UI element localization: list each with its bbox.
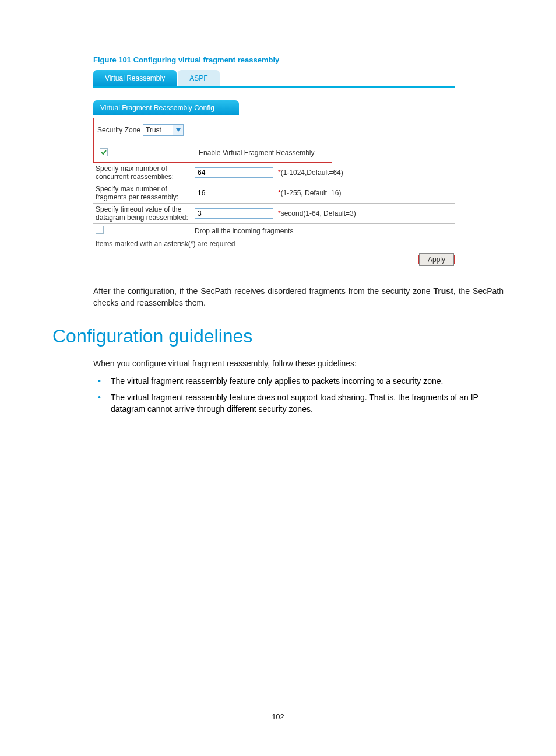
apply-button[interactable]: Apply <box>419 253 454 266</box>
required-note: Items marked with an asterisk(*) are req… <box>93 237 455 248</box>
bullet-list: • The virtual fragment reassembly featur… <box>93 375 504 415</box>
security-zone-value: Trust <box>143 126 173 134</box>
row1-label: Specify max number of concurrent reassem… <box>93 163 192 183</box>
table-row: Specify max number of fragments per reas… <box>93 183 455 204</box>
max-concurrent-input[interactable] <box>195 167 273 178</box>
page-number: 102 <box>0 712 556 721</box>
apply-row: Apply <box>93 255 455 264</box>
config-inner-table: Enable Virtual Fragment Reassembly <box>97 146 328 159</box>
para1-bold: Trust <box>434 286 453 296</box>
tab-aspf[interactable]: ASPF <box>178 70 219 86</box>
security-zone-select[interactable]: Trust <box>143 124 184 136</box>
figure-caption: Figure 101 Configuring virtual fragment … <box>93 55 504 64</box>
para1-pre: After the configuration, if the SecPath … <box>93 286 434 296</box>
screenshot-panel: Virtual Reassembly ASPF Virtual Fragment… <box>93 70 455 264</box>
bullet1-text: The virtual fragment reassembly feature … <box>111 375 443 387</box>
drop-label: Drop all the incoming fragments <box>192 224 455 238</box>
tab-virtual-reassembly[interactable]: Virtual Reassembly <box>93 70 177 86</box>
bullet-icon: • <box>93 375 111 387</box>
enable-checkbox[interactable] <box>100 148 108 156</box>
table-row: Drop all the incoming fragments <box>93 224 455 238</box>
security-zone-label: Security Zone <box>97 126 140 134</box>
list-item: • The virtual fragment reassembly featur… <box>93 391 504 415</box>
table-row: Specify max number of concurrent reassem… <box>93 163 455 183</box>
max-fragments-input[interactable] <box>195 188 273 198</box>
timeout-input[interactable] <box>195 208 273 219</box>
row2-hint: (1-255, Default=16) <box>281 189 342 197</box>
tab-row: Virtual Reassembly ASPF <box>93 70 455 88</box>
row1-hint: (1-1024,Default=64) <box>281 169 343 177</box>
bullet-icon: • <box>93 391 111 415</box>
bullet2-text: The virtual fragment reassembly feature … <box>111 391 504 415</box>
svg-marker-0 <box>176 128 181 132</box>
guidelines-intro: When you configure virtual fragment reas… <box>93 358 504 369</box>
list-item: • The virtual fragment reassembly featur… <box>93 375 504 387</box>
row2-label: Specify max number of fragments per reas… <box>93 183 192 204</box>
config-highlight-box: Security Zone Trust Enable Virtual Fragm… <box>93 118 332 163</box>
section-header: Virtual Fragment Reassembly Config <box>93 100 239 116</box>
security-zone-row: Security Zone Trust <box>97 124 328 136</box>
row3-hint: second(1-64, Default=3) <box>281 209 356 218</box>
heading-guidelines: Configuration guidelines <box>52 326 504 347</box>
table-row: Specify timeout value of the datagram be… <box>93 204 455 224</box>
drop-checkbox[interactable] <box>96 226 104 234</box>
enable-label: Enable Virtual Fragment Reassembly <box>196 146 328 159</box>
row3-label: Specify timeout value of the datagram be… <box>93 204 192 224</box>
chevron-down-icon <box>173 125 183 135</box>
apply-highlight: Apply <box>418 255 455 264</box>
config-table: Specify max number of concurrent reassem… <box>93 163 455 237</box>
paragraph-after-config: After the configuration, if the SecPath … <box>93 285 504 309</box>
